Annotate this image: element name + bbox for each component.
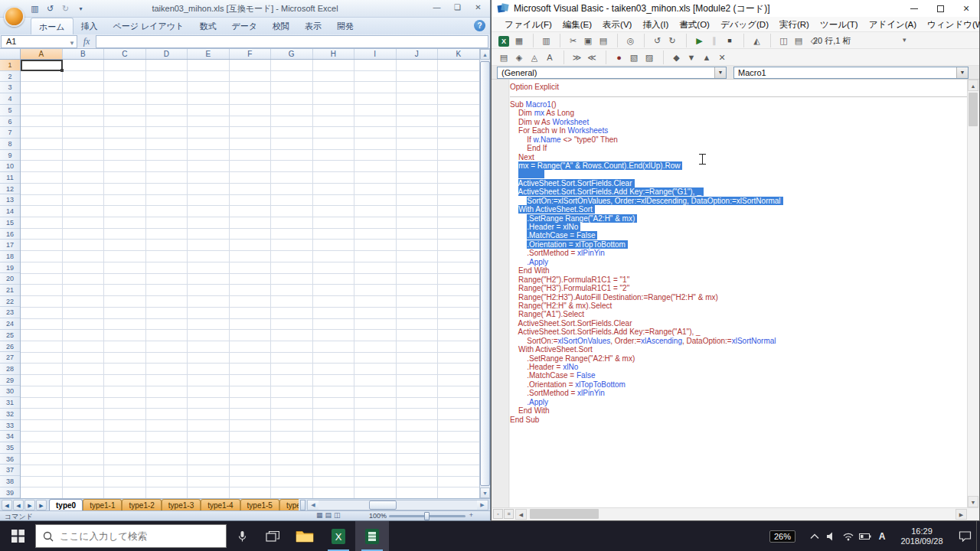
code-line-24[interactable]: Range("H3").FormulaR1C1 = "2" — [510, 284, 967, 292]
network-tray-button[interactable] — [840, 521, 857, 551]
break-icon[interactable]: ∥ — [707, 34, 722, 47]
row-header-24[interactable]: 24 — [0, 318, 20, 330]
vbe-vertical-scrollbar[interactable]: ▲ ▼ — [967, 80, 978, 507]
sheet-nav-first-icon[interactable]: ◀ — [2, 500, 12, 510]
tab-split-handle[interactable] — [300, 500, 305, 510]
redo-icon[interactable]: ↻ — [60, 4, 71, 14]
code-line-27[interactable]: Range("A1").Select — [510, 310, 967, 318]
code-line-35[interactable]: .Orientation = xlTopToBottom — [510, 380, 967, 389]
row-header-31[interactable]: 31 — [0, 397, 20, 409]
scroll-right-icon[interactable]: ▶ — [956, 509, 967, 520]
menu-7[interactable]: 実行(R) — [774, 17, 815, 32]
row-header-30[interactable]: 30 — [0, 386, 20, 397]
horizontal-scroll-thumb[interactable] — [369, 500, 397, 510]
undo-icon[interactable]: ↺ — [644, 34, 665, 47]
worksheet-grid[interactable] — [21, 60, 479, 498]
help-icon[interactable]: ? — [474, 20, 485, 31]
toggle-bookmark-icon[interactable]: ◆ — [663, 51, 684, 64]
row-header-1[interactable]: 1 — [0, 60, 20, 71]
code-line-6[interactable]: For Each w In Worksheets — [510, 126, 967, 135]
design-mode-icon[interactable]: ◭ — [743, 34, 764, 47]
customize-quick-access-icon[interactable]: ▾ — [75, 5, 87, 12]
minimize-button[interactable] — [901, 0, 927, 17]
column-header-D[interactable]: D — [146, 49, 188, 59]
insert-userform-icon[interactable]: ▦ — [511, 34, 527, 47]
scroll-left-icon[interactable]: ◀ — [308, 500, 318, 510]
menu-3[interactable]: 表示(V) — [597, 17, 637, 32]
scroll-right-icon[interactable]: ▶ — [477, 500, 488, 510]
parameter-info-icon[interactable]: ◬ — [527, 51, 542, 64]
code-line-20[interactable]: .SortMethod = xlPinYin — [510, 249, 967, 257]
formula-input[interactable] — [96, 35, 488, 48]
taskbar-clock[interactable]: 16:29 2018/09/28 — [897, 527, 947, 546]
row-header-29[interactable]: 29 — [0, 375, 20, 386]
taskbar-search-box[interactable] — [35, 524, 227, 548]
code-line-26[interactable]: Range("H2:H" & mx).Select — [510, 302, 967, 310]
outdent-icon[interactable]: ≪ — [584, 51, 599, 64]
row-header-21[interactable]: 21 — [0, 285, 20, 296]
code-line-38[interactable]: End With — [510, 406, 967, 415]
scroll-track[interactable] — [527, 509, 954, 520]
reset-icon[interactable]: ■ — [722, 34, 737, 47]
row-header-36[interactable]: 36 — [0, 454, 20, 465]
code-line-23[interactable]: Range("H2").FormulaR1C1 = "1" — [510, 276, 967, 284]
file-explorer-button[interactable] — [288, 521, 322, 551]
row-header-10[interactable]: 10 — [0, 161, 20, 172]
code-line-34[interactable]: .MatchCase = False — [510, 371, 967, 380]
code-line-39[interactable]: End Sub — [510, 416, 967, 424]
uncomment-block-icon[interactable]: ▨ — [642, 51, 657, 64]
horizontal-scroll-thumb[interactable] — [530, 509, 599, 519]
row-header-3[interactable]: 3 — [0, 82, 20, 93]
row-header-26[interactable]: 26 — [0, 341, 20, 353]
row-header-28[interactable]: 28 — [0, 364, 20, 375]
row-header-6[interactable]: 6 — [0, 116, 20, 128]
code-line-28[interactable]: ActiveSheet.Sort.SortFields.Clear — [510, 319, 967, 328]
code-line-13[interactable]: ActiveSheet.Sort.SortFields.Add Key:=Ran… — [510, 187, 967, 196]
code-line-17[interactable]: .Header = xlNo — [510, 223, 967, 231]
row-header-25[interactable]: 25 — [0, 330, 20, 341]
row-header-22[interactable]: 22 — [0, 296, 20, 308]
code-line-15[interactable]: With ActiveSheet.Sort — [510, 205, 967, 214]
row-header-16[interactable]: 16 — [0, 229, 20, 240]
sheet-tab-type1-6[interactable]: type1-6 — [279, 499, 299, 510]
start-button[interactable] — [0, 521, 35, 551]
list-properties-icon[interactable]: ▤ — [496, 51, 511, 64]
paste-icon[interactable]: ▤ — [596, 34, 611, 47]
row-header-23[interactable]: 23 — [0, 307, 20, 318]
zoom-in-icon[interactable]: + — [469, 511, 473, 519]
menu-8[interactable]: ツール(T) — [815, 17, 864, 32]
row-header-33[interactable]: 33 — [0, 420, 20, 432]
sheet-tab-type1-1[interactable]: type1-1 — [83, 499, 122, 510]
hidden-icons-button[interactable] — [806, 521, 823, 551]
code-line-30[interactable]: SortOn:=xlSortOnValues, Order:=xlAscendi… — [510, 337, 967, 345]
select-all-corner[interactable] — [0, 49, 21, 60]
menu-2[interactable]: 編集(E) — [557, 17, 597, 32]
column-header-E[interactable]: E — [188, 49, 230, 59]
project-explorer-icon[interactable]: ◫ — [770, 34, 791, 47]
vertical-scroll-thumb[interactable] — [969, 93, 978, 126]
code-line-10[interactable]: mx = Range("A" & Rows.Count).End(xlUp).R… — [510, 161, 967, 170]
row-header-20[interactable]: 20 — [0, 273, 20, 285]
column-header-B[interactable]: B — [63, 49, 105, 59]
next-bookmark-icon[interactable]: ▼ — [684, 51, 699, 64]
dropdown-arrow-icon[interactable]: ▼ — [714, 67, 726, 78]
column-header-A[interactable]: A — [21, 49, 63, 59]
scroll-down-icon[interactable]: ▼ — [480, 487, 490, 498]
code-line-22[interactable]: End With — [510, 266, 967, 275]
code-line-18[interactable]: .MatchCase = False — [510, 231, 967, 240]
speaker-tray-button[interactable] — [823, 521, 840, 551]
zoom-slider[interactable]: − + — [389, 515, 466, 517]
row-header-19[interactable]: 19 — [0, 262, 20, 274]
code-line-37[interactable]: .Apply — [510, 398, 967, 406]
row-header-34[interactable]: 34 — [0, 431, 20, 442]
cut-icon[interactable]: ✂ — [560, 34, 580, 47]
indent-icon[interactable]: ≫ — [564, 51, 584, 64]
code-margin-indicator-bar[interactable] — [492, 80, 509, 507]
code-line-4[interactable]: Dim mx As Long — [510, 109, 967, 117]
minimize-button[interactable]: — — [426, 2, 447, 15]
office-button-icon[interactable] — [4, 6, 24, 27]
column-header-C[interactable]: C — [104, 49, 146, 59]
ribbon-tab-3[interactable]: ページ レイアウト — [106, 18, 192, 34]
maximize-button[interactable]: ❏ — [447, 2, 468, 15]
ime-indicator[interactable]: A — [874, 521, 890, 551]
